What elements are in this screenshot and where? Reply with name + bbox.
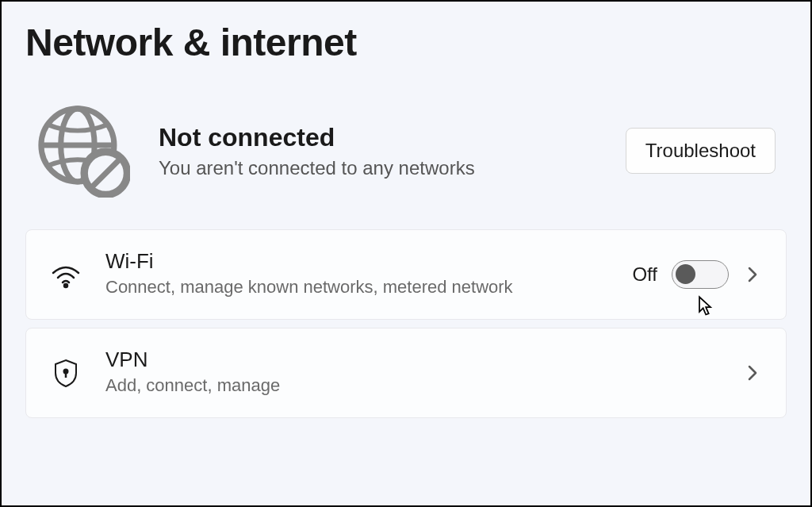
svg-point-7	[64, 369, 68, 373]
wifi-toggle-knob	[676, 264, 695, 284]
chevron-right-icon	[743, 265, 762, 284]
wifi-controls: Off	[632, 260, 762, 289]
wifi-subtitle: Connect, manage known networks, metered …	[105, 275, 608, 300]
vpn-text-block: VPN Add, connect, manage	[105, 348, 719, 398]
wifi-icon	[50, 259, 82, 290]
vpn-title: VPN	[105, 348, 719, 372]
wifi-settings-item[interactable]: Wi-Fi Connect, manage known networks, me…	[25, 229, 787, 320]
vpn-settings-item[interactable]: VPN Add, connect, manage	[25, 328, 787, 418]
wifi-title: Wi-Fi	[105, 249, 608, 274]
troubleshoot-button[interactable]: Troubleshoot	[626, 128, 776, 174]
status-title: Not connected	[159, 123, 597, 152]
settings-list: Wi-Fi Connect, manage known networks, me…	[25, 229, 787, 418]
shield-lock-icon	[50, 357, 82, 389]
cursor-pointer-icon	[694, 295, 716, 317]
wifi-toggle-label: Off	[632, 263, 657, 286]
chevron-right-icon	[743, 363, 762, 382]
svg-point-6	[64, 284, 67, 287]
globe-disconnected-icon	[36, 104, 130, 198]
status-text-block: Not connected You aren't connected to an…	[159, 123, 597, 179]
wifi-text-block: Wi-Fi Connect, manage known networks, me…	[105, 249, 608, 300]
vpn-controls	[743, 363, 762, 382]
wifi-toggle-switch[interactable]	[672, 260, 729, 289]
page-title: Network & internet	[25, 21, 787, 64]
connection-status-section: Not connected You aren't connected to an…	[25, 104, 787, 229]
vpn-subtitle: Add, connect, manage	[105, 374, 719, 398]
status-subtitle: You aren't connected to any networks	[159, 157, 597, 179]
